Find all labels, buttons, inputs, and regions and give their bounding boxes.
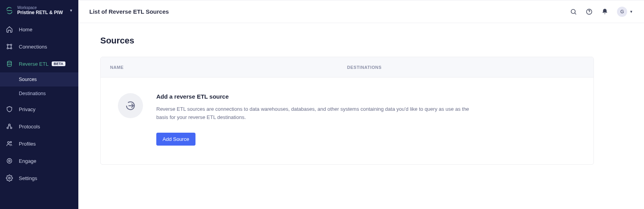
- shield-icon: [5, 105, 13, 113]
- bell-icon[interactable]: [601, 8, 608, 15]
- sidebar-nav: Home Connections Reverse ETL BETA Source…: [0, 21, 78, 187]
- workspace-selector[interactable]: Workspace Pristine RETL & PIW ▼: [0, 5, 78, 21]
- sidebar-item-label: Protocols: [19, 124, 40, 130]
- content: Sources NAME DESTINATIONS: [78, 23, 644, 209]
- section-title: Sources: [100, 36, 594, 46]
- svg-point-11: [7, 159, 12, 163]
- caret-down-icon: ▼: [630, 10, 633, 14]
- gear-icon: [5, 174, 13, 182]
- sidebar: Workspace Pristine RETL & PIW ▼ Home Con…: [0, 0, 78, 209]
- sidebar-item-label: Engage: [19, 158, 36, 164]
- sidebar-item-label: Sources: [19, 77, 37, 82]
- sidebar-item-label: Destinations: [19, 91, 46, 96]
- user-menu[interactable]: G ▼: [617, 7, 633, 17]
- svg-point-4: [11, 48, 12, 49]
- empty-body: Add a reverse ETL source Reverse ETL sou…: [156, 93, 470, 146]
- sources-panel: NAME DESTINATIONS Add a reverse: [100, 57, 594, 165]
- add-source-button[interactable]: Add Source: [156, 133, 195, 146]
- svg-point-3: [7, 48, 8, 49]
- workspace-label: Workspace: [17, 5, 68, 10]
- topbar: List of Reverse ETL Sources G ▼: [78, 0, 644, 23]
- sidebar-item-label: Privacy: [19, 106, 36, 112]
- svg-point-1: [7, 44, 8, 45]
- svg-point-13: [9, 177, 11, 179]
- svg-point-10: [10, 142, 11, 143]
- sidebar-item-home[interactable]: Home: [0, 21, 78, 38]
- content-inner: Sources NAME DESTINATIONS: [100, 36, 594, 165]
- app-root: Workspace Pristine RETL & PIW ▼ Home Con…: [0, 0, 644, 209]
- sidebar-item-reverse-etl[interactable]: Reverse ETL BETA: [0, 55, 78, 72]
- svg-point-17: [589, 13, 589, 13]
- avatar: G: [617, 7, 627, 17]
- svg-line-15: [575, 13, 576, 14]
- sidebar-item-settings[interactable]: Settings: [0, 169, 78, 187]
- svg-point-9: [7, 142, 9, 144]
- empty-title: Add a reverse ETL source: [156, 93, 470, 100]
- empty-description: Reverse ETL sources are connections to d…: [156, 105, 470, 122]
- protocols-icon: [5, 123, 13, 130]
- sidebar-item-label: Settings: [19, 175, 37, 181]
- sidebar-subitem-sources[interactable]: Sources: [0, 72, 78, 86]
- home-icon: [5, 25, 13, 33]
- connections-icon: [5, 43, 13, 50]
- svg-point-14: [571, 9, 575, 14]
- profiles-icon: [5, 140, 13, 148]
- svg-point-2: [11, 44, 12, 45]
- export-circle-icon: [118, 93, 143, 118]
- topbar-actions: G ▼: [570, 7, 633, 17]
- workspace-text: Workspace Pristine RETL & PIW: [17, 5, 68, 15]
- svg-point-12: [9, 160, 11, 162]
- workspace-logo-icon: [5, 7, 13, 14]
- sidebar-item-profiles[interactable]: Profiles: [0, 135, 78, 152]
- column-header-name: NAME: [110, 65, 347, 70]
- reverse-etl-subnav: Sources Destinations: [0, 72, 78, 101]
- svg-point-5: [7, 61, 12, 63]
- sidebar-item-protocols[interactable]: Protocols: [0, 118, 78, 135]
- help-icon[interactable]: [586, 8, 593, 15]
- caret-down-icon: ▼: [69, 9, 73, 13]
- column-header-destinations: DESTINATIONS: [347, 65, 584, 70]
- sidebar-item-privacy[interactable]: Privacy: [0, 101, 78, 118]
- sidebar-item-connections[interactable]: Connections: [0, 38, 78, 55]
- sidebar-item-label: Connections: [19, 44, 47, 50]
- table-header: NAME DESTINATIONS: [101, 57, 593, 77]
- workspace-name: Pristine RETL & PIW: [17, 10, 68, 16]
- sidebar-item-engage[interactable]: Engage: [0, 152, 78, 169]
- page-title: List of Reverse ETL Sources: [89, 8, 169, 15]
- empty-state: Add a reverse ETL source Reverse ETL sou…: [101, 77, 593, 164]
- search-icon[interactable]: [570, 8, 577, 15]
- beta-badge: BETA: [52, 61, 65, 66]
- sidebar-item-label: Reverse ETL: [19, 61, 49, 67]
- database-icon: [5, 60, 13, 68]
- engage-icon: [5, 157, 13, 165]
- sidebar-item-label: Home: [19, 27, 33, 32]
- main-area: List of Reverse ETL Sources G ▼: [78, 0, 644, 209]
- sidebar-subitem-destinations[interactable]: Destinations: [0, 86, 78, 101]
- sidebar-item-label: Profiles: [19, 141, 36, 147]
